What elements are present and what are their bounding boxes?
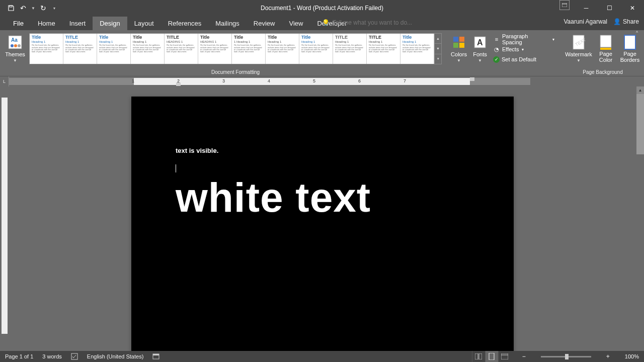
close-button[interactable]: ✕ xyxy=(621,0,644,16)
qat-customize-icon[interactable]: ▾ xyxy=(53,6,55,11)
themes-icon: Aa xyxy=(7,34,23,50)
vertical-ruler[interactable] xyxy=(0,86,9,351)
maximize-button[interactable]: ☐ xyxy=(598,0,621,16)
tab-design[interactable]: Design xyxy=(93,17,127,30)
colors-button[interactable]: Colors ▼ xyxy=(449,33,469,64)
spellcheck-icon[interactable] xyxy=(71,353,78,360)
tab-selector[interactable]: L xyxy=(0,76,9,86)
tab-insert[interactable]: Insert xyxy=(62,17,93,30)
watermark-label: Watermark xyxy=(565,51,592,57)
undo-dropdown-icon[interactable]: ▼ xyxy=(31,6,35,11)
print-layout-button[interactable] xyxy=(485,351,498,362)
gallery-scroll-down[interactable]: ▼ xyxy=(435,44,441,54)
style-thumb-10[interactable]: TITLEHeading 1On the Insert tab, the gal… xyxy=(367,34,400,64)
gallery-scroll-more[interactable]: ▾ xyxy=(435,54,441,64)
tab-layout[interactable]: Layout xyxy=(127,17,161,30)
style-thumb-5[interactable]: TitleHEADING 1On the Insert tab, the gal… xyxy=(198,34,232,64)
page-number-status[interactable]: Page 1 of 1 xyxy=(5,353,33,359)
redo-icon[interactable]: ↻ xyxy=(39,4,47,12)
dropdown-icon: ▼ xyxy=(13,58,17,63)
paragraph-spacing-icon: ≡ xyxy=(493,36,500,43)
colors-label: Colors xyxy=(451,51,467,57)
svg-rect-24 xyxy=(489,353,494,360)
dropdown-icon: ▼ xyxy=(478,58,482,63)
style-thumb-9[interactable]: TITLEHeading 1On the Insert tab, the gal… xyxy=(333,34,367,64)
ribbon-tabs: File Home Insert Design Layout Reference… xyxy=(0,16,644,30)
svg-rect-25 xyxy=(501,353,508,359)
tab-mailings[interactable]: Mailings xyxy=(208,17,247,30)
set-default-button[interactable]: ✓Set as Default xyxy=(491,54,556,64)
style-thumb-2[interactable]: TitleHeading 1On the Insert tab, the gal… xyxy=(97,34,131,64)
ribbon-design: Aa Themes ▼ TitleHeading 1On the Insert … xyxy=(0,30,644,76)
style-thumb-3[interactable]: TitleHeading 1On the Insert tab, the gal… xyxy=(131,34,165,64)
svg-rect-0 xyxy=(10,6,12,7)
ruler-tick: 5 xyxy=(313,78,315,83)
vertical-scrollbar[interactable]: ▲ xyxy=(636,86,644,351)
style-thumb-4[interactable]: TITLEHEADING 1On the Insert tab, the gal… xyxy=(165,34,198,64)
svg-rect-18 xyxy=(624,35,635,49)
style-thumb-11[interactable]: TitleHeading 1On the Insert tab, the gal… xyxy=(400,34,434,64)
colors-icon xyxy=(451,34,467,50)
effects-button[interactable]: ◔Effects▾ xyxy=(491,44,556,54)
svg-point-6 xyxy=(14,44,17,47)
macro-icon[interactable] xyxy=(152,353,159,360)
document-heading-text[interactable]: white text xyxy=(176,178,469,217)
zoom-in-button[interactable]: + xyxy=(604,353,612,360)
zoom-level[interactable]: 100% xyxy=(625,353,639,359)
tab-view[interactable]: View xyxy=(282,17,310,30)
right-indent-marker[interactable] xyxy=(470,77,474,81)
web-layout-button[interactable] xyxy=(498,351,511,362)
effects-icon: ◔ xyxy=(493,46,500,53)
themes-button[interactable]: Aa Themes ▼ xyxy=(3,33,27,64)
collapse-ribbon-icon[interactable]: ^ xyxy=(636,30,643,75)
scroll-up-button[interactable]: ▲ xyxy=(636,86,644,94)
tab-review[interactable]: Review xyxy=(247,17,282,30)
svg-text:A: A xyxy=(477,38,483,47)
style-thumb-6[interactable]: Title1 Heading 1On the Insert tab, the g… xyxy=(232,34,266,64)
svg-rect-8 xyxy=(453,37,458,42)
watermark-button[interactable]: TEXT Watermark ▼ xyxy=(564,33,594,64)
tab-file[interactable]: File xyxy=(6,17,31,30)
page-color-icon xyxy=(598,34,614,50)
style-gallery: TitleHeading 1On the Insert tab, the gal… xyxy=(29,33,442,64)
ruler-tick: 4 xyxy=(268,78,270,83)
read-mode-button[interactable] xyxy=(472,351,485,362)
fonts-button[interactable]: A Fonts ▼ xyxy=(470,33,490,64)
save-icon[interactable] xyxy=(7,4,15,12)
tell-me-box[interactable]: 💡 xyxy=(322,19,423,26)
style-thumb-8[interactable]: TitleHeading 1On the Insert tab, the gal… xyxy=(299,34,333,64)
zoom-slider-thumb[interactable] xyxy=(565,354,569,359)
page-color-button[interactable]: Page Color xyxy=(595,33,617,64)
word-count-status[interactable]: 3 words xyxy=(42,353,62,359)
document-page[interactable]: text is visible. white text xyxy=(131,97,514,351)
zoom-out-button[interactable]: − xyxy=(520,353,528,360)
tab-references[interactable]: References xyxy=(161,17,208,30)
minimize-button[interactable]: ─ xyxy=(575,0,598,16)
user-name[interactable]: Vaaruni Agarwal xyxy=(564,18,607,25)
language-status[interactable]: English (United States) xyxy=(87,353,144,359)
zoom-slider[interactable] xyxy=(541,356,591,357)
text-cursor xyxy=(176,164,176,172)
ruler-tick: 7 xyxy=(404,78,406,83)
share-icon: 👤 xyxy=(613,18,621,25)
horizontal-ruler[interactable]: 1234567 xyxy=(9,76,644,86)
style-thumb-7[interactable]: TitleHeading 1On the Insert tab, the gal… xyxy=(266,34,299,64)
scroll-thumb[interactable] xyxy=(636,94,644,154)
set-default-label: Set as Default xyxy=(502,56,536,62)
svg-rect-9 xyxy=(459,37,464,42)
ruler-tick: 1 xyxy=(132,78,134,83)
ibeam-cursor-icon xyxy=(403,153,404,162)
tell-me-input[interactable] xyxy=(333,19,423,26)
group-page-background: Page Background xyxy=(564,68,642,76)
style-thumb-1[interactable]: TITLEHeading 1On the Insert tab, the gal… xyxy=(63,34,97,64)
undo-icon[interactable]: ↶ xyxy=(19,4,27,12)
document-text-line[interactable]: text is visible. xyxy=(176,147,469,154)
fonts-icon: A xyxy=(472,34,488,50)
share-button[interactable]: 👤 Share xyxy=(613,18,639,25)
ribbon-display-icon[interactable] xyxy=(559,0,570,10)
style-thumb-0[interactable]: TitleHeading 1On the Insert tab, the gal… xyxy=(30,34,63,64)
gallery-scroll-up[interactable]: ▲ xyxy=(435,34,441,44)
tab-home[interactable]: Home xyxy=(31,17,62,30)
paragraph-spacing-button[interactable]: ≡Paragraph Spacing▾ xyxy=(491,34,556,44)
status-bar: Page 1 of 1 3 words English (United Stat… xyxy=(0,351,644,362)
